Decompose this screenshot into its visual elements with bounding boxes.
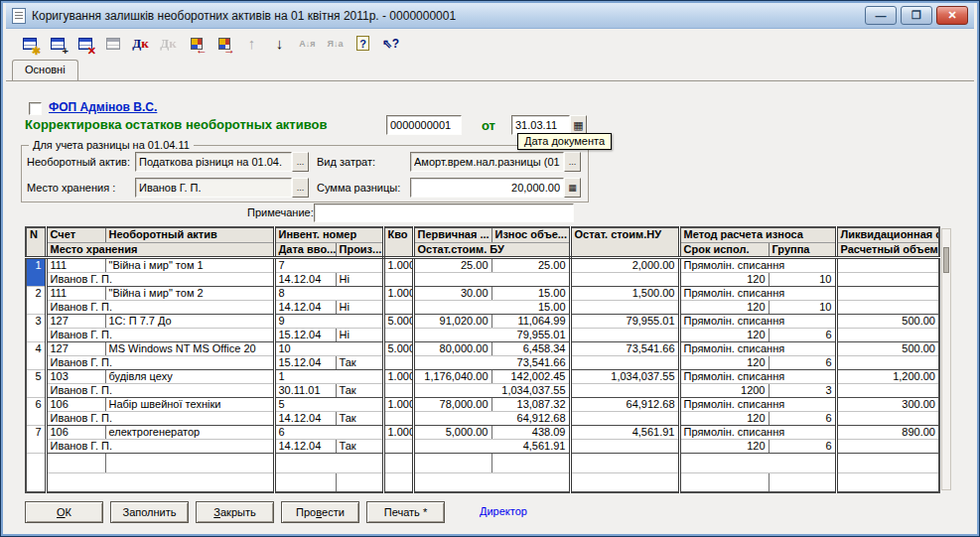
org-checkbox[interactable] <box>29 102 42 115</box>
grid-cell[interactable] <box>679 472 769 492</box>
useful-term-cell[interactable]: 120 <box>679 439 769 453</box>
empty-row[interactable] <box>26 453 939 472</box>
input-date-cell[interactable]: 14.12.04 <box>274 300 336 314</box>
grid-cell[interactable] <box>413 453 491 472</box>
residual-bu-cell[interactable]: 4,561.91 <box>413 439 570 453</box>
asset-cell[interactable]: "Війна і мир" том 1 <box>105 257 274 272</box>
method-cell[interactable]: Прямолін. списання <box>679 341 836 355</box>
primary-cost-cell[interactable]: 30.00 <box>413 286 491 300</box>
production-flag-cell[interactable]: Ні <box>336 272 383 286</box>
grid-cell[interactable] <box>413 472 570 492</box>
signer-link[interactable]: Директор <box>480 505 527 517</box>
row-number-cell[interactable]: 5 <box>26 369 46 397</box>
grid-cell[interactable] <box>383 453 413 472</box>
production-flag-cell[interactable]: Так <box>336 411 383 425</box>
location-cell[interactable]: Иванов Г. П. <box>46 300 274 314</box>
table-row[interactable]: 31271С: П 7.7 До95.00091,020.0011,064.99… <box>26 314 939 328</box>
doc-date-input[interactable] <box>511 115 570 135</box>
method-cell[interactable]: Прямолін. списання <box>679 397 836 411</box>
inventory-number-cell[interactable]: 9 <box>274 314 383 328</box>
fill-button[interactable]: Заполнить <box>110 501 189 523</box>
asset-cell[interactable]: будівля цеху <box>105 369 274 383</box>
move-up-icon[interactable]: ↑ <box>242 34 261 53</box>
wear-cell[interactable]: 142,002.45 <box>491 369 570 383</box>
residual-nu-cell[interactable]: 64,912.68 <box>570 397 679 411</box>
quantity-cell[interactable]: 5.000 <box>383 314 413 328</box>
account-cell[interactable]: 111 <box>46 257 105 272</box>
wear-cell[interactable]: 15.00 <box>491 286 570 300</box>
grid-cell[interactable] <box>769 472 836 492</box>
primary-cost-cell[interactable]: 80,000.00 <box>413 341 491 355</box>
useful-term-cell[interactable]: 120 <box>679 411 769 425</box>
method-cell[interactable]: Прямолін. списання <box>679 314 836 328</box>
row-number-cell[interactable]: 2 <box>26 286 46 314</box>
empty-qty-cell[interactable] <box>383 300 413 314</box>
calendar-icon[interactable]: ▦ <box>570 115 587 135</box>
calc-volume-cell[interactable] <box>836 328 939 341</box>
record-in-icon[interactable]: → <box>214 34 233 53</box>
table-row[interactable]: 1111"Війна і мир" том 171.00025.0025.002… <box>26 257 939 272</box>
calc-volume-cell[interactable] <box>836 411 939 425</box>
useful-term-cell[interactable]: 1200 <box>679 383 769 397</box>
grid-cell[interactable] <box>105 453 274 472</box>
primary-cost-cell[interactable]: 25.00 <box>413 257 491 272</box>
inventory-number-cell[interactable]: 8 <box>274 286 383 300</box>
primary-cost-cell[interactable]: 91,020.00 <box>413 314 491 328</box>
grid-cell[interactable] <box>46 472 274 492</box>
table-row-line2[interactable]: Иванов Г. П.14.12.04Ні12010 <box>26 272 939 286</box>
liquidation-cost-cell[interactable]: 300.00 <box>836 397 939 411</box>
empty-qty-cell[interactable] <box>383 272 413 286</box>
production-flag-cell[interactable]: Так <box>336 355 383 369</box>
input-date-cell[interactable]: 15.12.04 <box>274 355 336 369</box>
group-cell[interactable]: 6 <box>769 355 836 369</box>
row-number-cell[interactable] <box>26 453 46 492</box>
production-flag-cell[interactable]: Так <box>336 383 383 397</box>
residual-nu-cell[interactable]: 2,000.00 <box>570 257 679 272</box>
close-button[interactable]: ✕ <box>936 6 968 25</box>
useful-term-cell[interactable]: 120 <box>679 300 769 314</box>
row-number-cell[interactable]: 1 <box>26 257 46 286</box>
liquidation-cost-cell[interactable]: 1,200.00 <box>836 369 939 383</box>
method-cell[interactable]: Прямолін. списання <box>679 257 836 272</box>
production-flag-cell[interactable]: Ні <box>336 328 383 341</box>
ok-button[interactable]: ОК <box>25 501 103 523</box>
asset-input[interactable] <box>135 152 292 172</box>
note-input[interactable] <box>314 203 574 222</box>
location-cell[interactable]: Иванов Г. П. <box>46 355 274 369</box>
inventory-number-cell[interactable]: 6 <box>274 425 383 439</box>
empty-row[interactable] <box>26 472 939 492</box>
useful-term-cell[interactable]: 120 <box>679 272 769 286</box>
input-date-cell[interactable]: 30.11.01 <box>274 383 336 397</box>
group-cell[interactable]: 6 <box>769 411 836 425</box>
calc-volume-cell[interactable] <box>836 383 939 397</box>
wear-cell[interactable]: 11,064.99 <box>491 314 570 328</box>
asset-cell[interactable]: Набір швейної техніки <box>105 397 274 411</box>
input-date-cell[interactable]: 14.12.04 <box>274 411 336 425</box>
table-row-line2[interactable]: Иванов Г. П.14.12.04Ні15.0012010 <box>26 300 939 314</box>
calc-volume-cell[interactable] <box>836 300 939 314</box>
liquidation-cost-cell[interactable]: 890.00 <box>836 425 939 439</box>
useful-term-cell[interactable]: 120 <box>679 355 769 369</box>
wear-cell[interactable]: 6,458.34 <box>491 341 570 355</box>
inventory-number-cell[interactable]: 10 <box>274 341 383 355</box>
quantity-cell[interactable]: 1.000 <box>383 286 413 300</box>
quantity-cell[interactable]: 1.000 <box>383 369 413 383</box>
delete-row-icon[interactable]: ✕ <box>75 34 94 53</box>
empty-nu-cell[interactable] <box>570 383 679 397</box>
context-help-icon[interactable]: ⇖? <box>381 34 400 53</box>
location-cell[interactable]: Иванов Г. П. <box>46 383 274 397</box>
wear-cell[interactable]: 25.00 <box>491 257 570 272</box>
tab-osnovni[interactable]: Основні <box>12 60 78 80</box>
grid-cell[interactable] <box>491 453 570 472</box>
inventory-number-cell[interactable]: 1 <box>274 369 383 383</box>
empty-nu-cell[interactable] <box>570 439 679 453</box>
residual-bu-cell[interactable] <box>413 272 570 286</box>
wear-cell[interactable]: 438.09 <box>491 425 570 439</box>
residual-nu-cell[interactable]: 1,034,037.55 <box>570 369 679 383</box>
account-cell[interactable]: 106 <box>46 397 105 411</box>
asset-cell[interactable]: MS Windows NT MS Office 20 <box>105 341 274 355</box>
quantity-cell[interactable]: 1.000 <box>383 257 413 272</box>
residual-bu-cell[interactable]: 15.00 <box>413 300 570 314</box>
restore-button[interactable]: ❐ <box>901 6 932 25</box>
expense-browse-button[interactable]: ... <box>564 152 581 172</box>
